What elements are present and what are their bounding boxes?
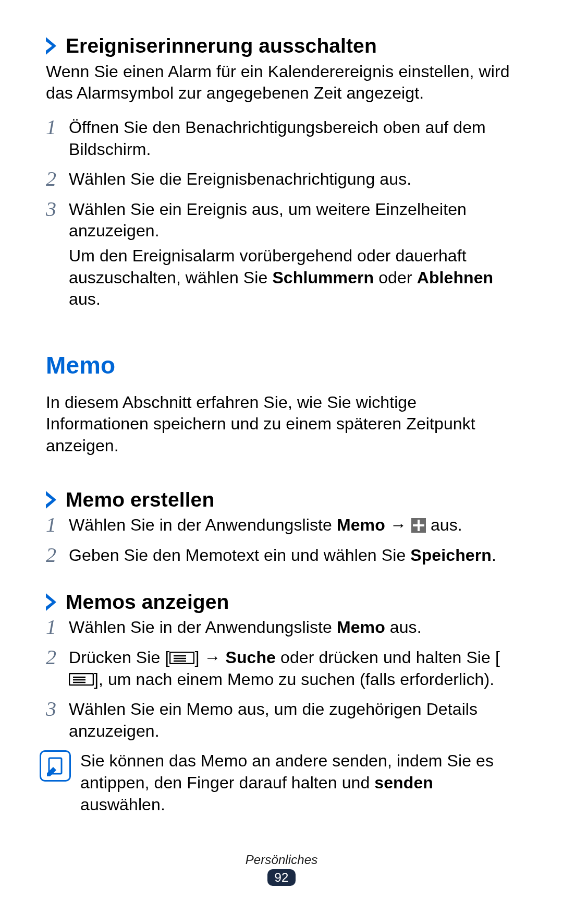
- note-icon: [40, 750, 71, 782]
- bold: Memo: [337, 618, 385, 637]
- menu-icon: [169, 652, 194, 664]
- step-item: 2 Geben Sie den Memotext ein und wählen …: [46, 545, 517, 567]
- step-item: 2 Wählen Sie die Ereignisbenachrichtigun…: [46, 169, 517, 190]
- bold: Speichern: [410, 546, 492, 565]
- step-text: Wählen Sie ein Memo aus, um die zugehöri…: [69, 699, 517, 742]
- segment: oder drücken und halten Sie [: [276, 648, 500, 667]
- step-number: 1: [46, 617, 69, 638]
- step-number: 1: [46, 514, 69, 535]
- svg-marker-0: [46, 37, 56, 55]
- plus-icon: [411, 518, 426, 533]
- step-number: 3: [46, 699, 69, 719]
- subsection-title: Memos anzeigen: [66, 591, 229, 614]
- svg-marker-1: [46, 491, 56, 509]
- step-item: 1 Wählen Sie in der Anwendungsliste Memo…: [46, 514, 517, 536]
- subsection-heading: Ereigniserinnerung ausschalten: [46, 34, 517, 58]
- page-footer: Persönliches 92: [0, 853, 563, 886]
- step-text: Wählen Sie die Ereignisbenachrichtigung …: [69, 169, 517, 190]
- intro-paragraph: In diesem Abschnitt erfahren Sie, wie Si…: [46, 392, 517, 457]
- step-item: 3 Wählen Sie ein Memo aus, um die zugehö…: [46, 699, 517, 742]
- footer-category: Persönliches: [0, 853, 563, 867]
- step-text-segment: Wählen Sie ein Ereignis aus, um weitere …: [69, 200, 467, 241]
- page-number-badge: 92: [267, 869, 296, 886]
- bold: Schlummern: [272, 268, 374, 287]
- step-number: 1: [46, 117, 69, 138]
- subsection-heading: Memo erstellen: [46, 488, 517, 512]
- step-text: Drücken Sie [] → Suche oder drücken und …: [69, 647, 517, 690]
- segment: oder: [374, 268, 417, 287]
- svg-marker-2: [46, 593, 56, 611]
- subsection-heading: Memos anzeigen: [46, 591, 517, 614]
- document-page: Ereigniserinnerung ausschalten Wenn Sie …: [0, 0, 563, 815]
- subsection-title: Memo erstellen: [66, 488, 214, 512]
- segment: Wählen Sie in der Anwendungsliste: [69, 515, 337, 534]
- step-item: 1 Wählen Sie in der Anwendungsliste Memo…: [46, 617, 517, 639]
- segment: ], um nach einem Memo zu suchen (falls e…: [94, 670, 494, 689]
- bold: senden: [374, 773, 433, 792]
- step-text: Wählen Sie in der Anwendungsliste Memo a…: [69, 617, 517, 639]
- segment: →: [385, 515, 411, 534]
- step-list: 1 Wählen Sie in der Anwendungsliste Memo…: [46, 617, 517, 742]
- subsection-title: Ereigniserinnerung ausschalten: [66, 34, 377, 58]
- segment: ] →: [194, 648, 225, 667]
- step-number: 3: [46, 199, 69, 220]
- section-title: Memo: [46, 351, 517, 379]
- segment: Geben Sie den Memotext ein und wählen Si…: [69, 546, 410, 565]
- step-number: 2: [46, 169, 69, 189]
- menu-icon: [69, 673, 94, 686]
- chevron-right-icon: [46, 593, 58, 611]
- step-item: 3 Wählen Sie ein Ereignis aus, um weiter…: [46, 199, 517, 310]
- segment: auswählen.: [80, 795, 165, 814]
- step-text: Wählen Sie in der Anwendungsliste Memo →…: [69, 514, 517, 536]
- chevron-right-icon: [46, 37, 58, 55]
- step-text: Öffnen Sie den Benachrichtigungsbereich …: [69, 117, 517, 160]
- note-text: Sie können das Memo an andere senden, in…: [80, 750, 517, 815]
- segment: Drücken Sie [: [69, 648, 169, 667]
- bold: Ablehnen: [417, 268, 494, 287]
- step-item: 2 Drücken Sie [] → Suche oder drücken un…: [46, 647, 517, 690]
- segment: aus.: [69, 290, 101, 308]
- step-number: 2: [46, 647, 69, 668]
- step-text: Geben Sie den Memotext ein und wählen Si…: [69, 545, 517, 567]
- step-extra: Um den Ereignisalarm vorübergehend oder …: [69, 245, 517, 310]
- segment: .: [492, 546, 496, 565]
- step-text: Wählen Sie ein Ereignis aus, um weitere …: [69, 199, 517, 310]
- chevron-right-icon: [46, 491, 58, 509]
- segment: Wählen Sie in der Anwendungsliste: [69, 618, 337, 637]
- segment: aus.: [385, 618, 422, 637]
- step-list: 1 Wählen Sie in der Anwendungsliste Memo…: [46, 514, 517, 566]
- step-number: 2: [46, 545, 69, 566]
- intro-paragraph: Wenn Sie einen Alarm für ein Kalenderere…: [46, 61, 517, 104]
- bold: Memo: [337, 515, 385, 534]
- bold: Suche: [225, 648, 276, 667]
- step-list: 1 Öffnen Sie den Benachrichtigungsbereic…: [46, 117, 517, 310]
- note-box: Sie können das Memo an andere senden, in…: [46, 750, 517, 815]
- segment: aus.: [426, 515, 462, 534]
- step-item: 1 Öffnen Sie den Benachrichtigungsbereic…: [46, 117, 517, 160]
